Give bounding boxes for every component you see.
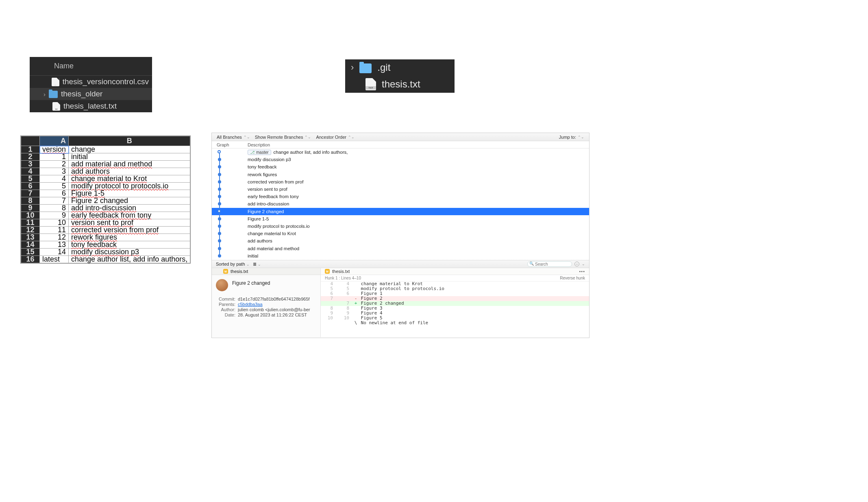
- commit-row[interactable]: add material and method: [212, 244, 589, 252]
- commit-row[interactable]: Figure 1-5: [212, 215, 589, 223]
- row-header[interactable]: 15: [21, 249, 40, 256]
- more-menu-button[interactable]: •••: [579, 269, 585, 274]
- cell[interactable]: 8: [40, 205, 69, 212]
- cell[interactable]: 6: [40, 190, 69, 197]
- cell[interactable]: 5: [40, 183, 69, 190]
- parent-commit-link[interactable]: c5bddba3aa: [238, 302, 263, 307]
- finder-panel-left: Name … thesis_versioncontrol.csv › thesi…: [30, 57, 152, 112]
- chevron-right-icon[interactable]: ›: [44, 91, 46, 98]
- commit-description: add intro-discussion: [248, 201, 589, 206]
- row-header[interactable]: 8: [21, 197, 40, 205]
- graph-col-header: Graph: [212, 142, 248, 147]
- row-header[interactable]: 3: [21, 161, 40, 168]
- cell[interactable]: change author list, add info authors,: [69, 256, 190, 263]
- cell[interactable]: Figure 2 changed: [69, 197, 190, 205]
- folder-row[interactable]: › thesis_older: [30, 88, 152, 100]
- cell[interactable]: modify discussion p3: [69, 249, 190, 256]
- commit-row[interactable]: rework figures: [212, 171, 589, 178]
- file-row[interactable]: … thesis_versioncontrol.csv: [30, 76, 152, 88]
- commit-row[interactable]: ⎇masterchange author list, add info auth…: [212, 148, 589, 156]
- collapse-button[interactable]: −: [574, 262, 579, 266]
- row-header[interactable]: 16: [21, 256, 40, 263]
- reverse-hunk-button[interactable]: Reverse hunk: [560, 276, 585, 280]
- old-line-number: 4: [321, 282, 337, 286]
- row-header[interactable]: 11: [21, 219, 40, 227]
- cell[interactable]: version sent to prof: [69, 219, 190, 227]
- author-avatar: [216, 279, 228, 291]
- col-header-a[interactable]: A: [40, 136, 69, 146]
- cell[interactable]: 14: [40, 249, 69, 256]
- row-header[interactable]: 13: [21, 234, 40, 241]
- parents-label: Parents:: [216, 302, 235, 307]
- row-header[interactable]: 1: [21, 146, 40, 153]
- view-toggle-button[interactable]: ≣ ⌄: [253, 262, 261, 267]
- cell[interactable]: 2: [40, 161, 69, 168]
- row-header[interactable]: 12: [21, 227, 40, 234]
- cell[interactable]: add material and method: [69, 161, 190, 168]
- changed-file-row[interactable]: M thesis.txt: [212, 268, 320, 275]
- sort-dropdown[interactable]: Sorted by path ⌄: [216, 262, 250, 266]
- cell[interactable]: early feedback from tony: [69, 212, 190, 219]
- col-header-b[interactable]: B: [69, 136, 190, 146]
- cell[interactable]: change: [69, 146, 190, 153]
- cell[interactable]: change material to Krot: [69, 175, 190, 183]
- graph-cell: [212, 156, 248, 163]
- graph-cell: [212, 200, 248, 207]
- cell[interactable]: 11: [40, 227, 69, 234]
- file-row[interactable]: txt thesis_latest.txt: [30, 100, 152, 112]
- cell[interactable]: 9: [40, 212, 69, 219]
- branch-filter-dropdown[interactable]: All Branches ⌃⌄: [217, 135, 250, 140]
- commit-row[interactable]: add authors: [212, 237, 589, 244]
- diff-panel: M thesis.txt ••• Hunk 1 : Lines 4–10 Rev…: [321, 268, 589, 337]
- commit-row[interactable]: Figure 2 changed: [212, 208, 589, 215]
- search-input[interactable]: [527, 261, 572, 267]
- cell[interactable]: 4: [40, 175, 69, 183]
- row-header[interactable]: 14: [21, 241, 40, 249]
- commit-row[interactable]: add intro-discussion: [212, 200, 589, 207]
- cell[interactable]: corrected version from prof: [69, 227, 190, 234]
- corner-cell[interactable]: [21, 136, 40, 146]
- cell[interactable]: rework figures: [69, 234, 190, 241]
- cell[interactable]: add authors: [69, 168, 190, 175]
- cell[interactable]: 1: [40, 153, 69, 161]
- column-header-name[interactable]: Name: [30, 57, 152, 76]
- commit-row[interactable]: change material to Krot: [212, 230, 589, 237]
- chevron-right-icon[interactable]: ›: [351, 62, 354, 73]
- row-header[interactable]: 9: [21, 205, 40, 212]
- folder-row[interactable]: › .git: [345, 59, 455, 76]
- row-header[interactable]: 5: [21, 175, 40, 183]
- chevron-down-icon[interactable]: ⌄: [582, 262, 585, 266]
- cell[interactable]: tony feedback: [69, 241, 190, 249]
- branch-tag[interactable]: ⎇master: [248, 150, 271, 155]
- chevron-updown-icon[interactable]: ⌃⌄: [578, 135, 584, 139]
- commit-row[interactable]: initial: [212, 252, 589, 260]
- cell[interactable]: latest: [40, 256, 69, 263]
- file-row[interactable]: TXT thesis.txt: [345, 76, 455, 93]
- cell[interactable]: 10: [40, 219, 69, 227]
- cell[interactable]: 13: [40, 241, 69, 249]
- row-header[interactable]: 7: [21, 190, 40, 197]
- cell[interactable]: Figure 1-5: [69, 190, 190, 197]
- commit-row[interactable]: modify discussion p3: [212, 156, 589, 163]
- commit-row[interactable]: modify protocol to protocols.io: [212, 223, 589, 230]
- cell[interactable]: version: [40, 146, 69, 153]
- cell[interactable]: 3: [40, 168, 69, 175]
- cell[interactable]: modify protocol to protocols.io: [69, 183, 190, 190]
- cell[interactable]: initial: [69, 153, 190, 161]
- row-header[interactable]: 10: [21, 212, 40, 219]
- commit-row[interactable]: tony feedback: [212, 163, 589, 170]
- new-line-number: 10: [337, 316, 353, 321]
- row-header[interactable]: 4: [21, 168, 40, 175]
- row-header[interactable]: 2: [21, 153, 40, 161]
- cell[interactable]: add intro-discussion: [69, 205, 190, 212]
- row-header[interactable]: 6: [21, 183, 40, 190]
- remote-toggle-dropdown[interactable]: Show Remote Branches ⌃⌄: [255, 135, 311, 140]
- commit-row[interactable]: early feedback from tony: [212, 193, 589, 200]
- commit-row[interactable]: corrected version from prof: [212, 178, 589, 186]
- cell[interactable]: 12: [40, 234, 69, 241]
- old-line-number: 10: [321, 316, 337, 321]
- cell[interactable]: 7: [40, 197, 69, 205]
- order-dropdown[interactable]: Ancestor Order ⌃⌄: [316, 135, 355, 140]
- modified-badge-icon: M: [325, 269, 330, 274]
- commit-row[interactable]: version sent to prof: [212, 186, 589, 193]
